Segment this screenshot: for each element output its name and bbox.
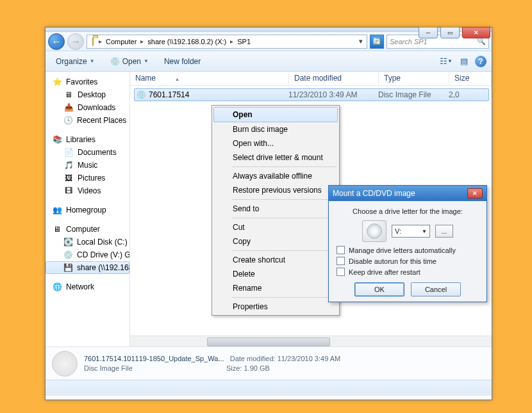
homegroup-icon: 👥 bbox=[52, 205, 62, 215]
refresh-button[interactable]: 🔄 bbox=[370, 35, 384, 49]
sidebar-item-music[interactable]: 🎵Music bbox=[46, 159, 129, 172]
sidebar-item-cd-v[interactable]: 💿CD Drive (V:) GRMSP bbox=[46, 248, 129, 261]
preview-pane-button[interactable]: ▤ bbox=[457, 55, 471, 68]
drive-letter-select[interactable]: V:▼ bbox=[392, 225, 430, 238]
desktop-icon: 🖥 bbox=[63, 90, 74, 100]
folder-icon bbox=[88, 38, 97, 45]
maximize-button[interactable]: ▭ bbox=[440, 27, 460, 38]
forward-button[interactable]: → bbox=[67, 33, 84, 50]
menu-properties[interactable]: Properties bbox=[213, 300, 338, 314]
details-pane: 7601.17514.101119-1850_Update_Sp_Wa... D… bbox=[46, 346, 492, 380]
drive-icon: 💽 bbox=[63, 237, 73, 247]
favorites-group[interactable]: ⭐Favorites bbox=[46, 76, 129, 88]
homegroup[interactable]: 👥Homegroup bbox=[46, 204, 129, 216]
menu-openwith[interactable]: Open with... bbox=[213, 136, 338, 150]
cancel-button[interactable]: Cancel bbox=[411, 282, 461, 296]
dialog-title: Mount a CD/DVD image bbox=[333, 189, 415, 198]
open-button[interactable]: 💿 Open▼ bbox=[105, 54, 154, 69]
minimize-button[interactable]: ─ bbox=[419, 27, 438, 38]
menu-cut[interactable]: Cut bbox=[213, 220, 338, 234]
computer-icon: 🖥 bbox=[52, 224, 62, 234]
disc-icon: 💿 bbox=[110, 57, 120, 66]
menu-select-mount[interactable]: Select drive letter & mount bbox=[213, 150, 338, 165]
dialog-prompt: Choose a drive letter for the image: bbox=[337, 207, 479, 215]
file-type: Disc Image File bbox=[378, 90, 449, 99]
checkbox-auto-letters[interactable]: Manage drive letters automatically bbox=[337, 246, 479, 254]
window-controls: ─ ▭ ✕ bbox=[419, 27, 490, 38]
checkbox-disable-autorun[interactable]: Disable autorun for this time bbox=[337, 257, 479, 265]
menu-copy[interactable]: Copy bbox=[213, 234, 338, 248]
sidebar-item-downloads[interactable]: 📥Downloads bbox=[46, 101, 129, 114]
details-filename: 7601.17514.101119-1850_Update_Sp_Wa... bbox=[84, 355, 224, 362]
pictures-icon: 🖼 bbox=[63, 173, 74, 183]
details-filetype: Disc Image File bbox=[84, 364, 133, 372]
library-icon: 📚 bbox=[52, 134, 62, 145]
new-folder-button[interactable]: New folder bbox=[159, 54, 206, 69]
star-icon: ⭐ bbox=[52, 77, 62, 87]
address-bar[interactable]: ▸ Computer ▸ share (\\192.168.0.2) (X:) … bbox=[87, 35, 367, 49]
help-button[interactable]: ? bbox=[475, 56, 486, 67]
menu-shortcut[interactable]: Create shortcut bbox=[213, 253, 338, 267]
breadcrumb-share[interactable]: share (\\192.168.0.2) (X:) bbox=[145, 37, 229, 46]
sidebar-item-recent[interactable]: 🕓Recent Places bbox=[46, 114, 129, 127]
column-headers: Name Date modified Type Size bbox=[130, 72, 492, 86]
view-button[interactable]: ☷ ▼ bbox=[439, 55, 453, 68]
sidebar-item-documents[interactable]: 📄Documents bbox=[46, 146, 129, 159]
dialog-titlebar[interactable]: Mount a CD/DVD image ✕ bbox=[329, 186, 486, 201]
col-date[interactable]: Date modified bbox=[289, 72, 379, 85]
file-size: 2,0 bbox=[449, 90, 460, 99]
address-dropdown[interactable]: ▾ bbox=[356, 37, 365, 45]
dialog-close-button[interactable]: ✕ bbox=[467, 188, 483, 198]
checkbox-keep-after-restart[interactable]: Keep drive after restart bbox=[337, 268, 479, 276]
menu-burn[interactable]: Burn disc image bbox=[213, 122, 338, 136]
menu-sendto[interactable]: Send to bbox=[213, 202, 338, 216]
back-button[interactable]: ← bbox=[48, 33, 65, 50]
music-icon: 🎵 bbox=[63, 160, 74, 170]
computer-group[interactable]: 🖥Computer bbox=[46, 223, 129, 236]
sidebar-item-pictures[interactable]: 🖼Pictures bbox=[46, 172, 129, 184]
menu-rename[interactable]: Rename bbox=[213, 281, 338, 295]
netdrive-icon: 💾 bbox=[63, 263, 73, 273]
nav-tree: ⭐Favorites 🖥Desktop 📥Downloads 🕓Recent P… bbox=[46, 72, 130, 346]
sidebar-item-videos[interactable]: 🎞Videos bbox=[46, 184, 129, 197]
checkbox-icon[interactable] bbox=[337, 246, 345, 254]
file-name: 7601.17514 bbox=[149, 90, 189, 99]
sidebar-item-local-c[interactable]: 💽Local Disk (C:) bbox=[46, 236, 129, 248]
documents-icon: 📄 bbox=[63, 147, 74, 158]
recent-icon: 🕓 bbox=[63, 115, 73, 126]
col-size[interactable]: Size bbox=[449, 72, 492, 85]
sidebar-item-share[interactable]: 💾share (\\192.168.0.2) bbox=[46, 261, 129, 274]
browse-button[interactable]: ... bbox=[435, 225, 453, 238]
organize-button[interactable]: Organize▼ bbox=[51, 54, 100, 69]
libraries-group[interactable]: 📚Libraries bbox=[46, 133, 129, 146]
sidebar-item-desktop[interactable]: 🖥Desktop bbox=[46, 88, 129, 101]
breadcrumb-sp1[interactable]: SP1 bbox=[235, 37, 253, 46]
cd-icon: 💿 bbox=[63, 250, 73, 260]
menu-delete[interactable]: Delete bbox=[213, 267, 338, 281]
menu-restore[interactable]: Restore previous versions bbox=[213, 183, 338, 197]
breadcrumb-computer[interactable]: Computer bbox=[103, 37, 139, 46]
iso-icon: 💿 bbox=[136, 90, 146, 100]
col-name[interactable]: Name bbox=[130, 72, 289, 85]
horizontal-scrollbar[interactable] bbox=[130, 336, 492, 346]
checkbox-icon[interactable] bbox=[337, 268, 345, 276]
videos-icon: 🎞 bbox=[63, 186, 74, 196]
file-date: 11/23/2010 3:49 AM bbox=[288, 90, 378, 99]
status-strip bbox=[46, 380, 492, 396]
checkbox-icon[interactable] bbox=[337, 257, 345, 265]
mount-dialog: Mount a CD/DVD image ✕ Choose a drive le… bbox=[328, 185, 487, 302]
downloads-icon: 📥 bbox=[63, 102, 74, 113]
drive-image-icon bbox=[362, 220, 387, 242]
ok-button[interactable]: OK bbox=[354, 282, 404, 296]
menu-offline[interactable]: Always available offline bbox=[213, 169, 338, 183]
close-button[interactable]: ✕ bbox=[462, 27, 490, 38]
menu-open[interactable]: Open bbox=[213, 107, 338, 122]
col-type[interactable]: Type bbox=[379, 72, 449, 85]
file-row[interactable]: 💿 7601.17514 11/23/2010 3:49 AM Disc Ima… bbox=[134, 88, 489, 101]
context-menu: Open Burn disc image Open with... Select… bbox=[212, 105, 340, 316]
titlebar: ─ ▭ ✕ bbox=[46, 28, 492, 32]
network-group[interactable]: 🌐Network bbox=[46, 280, 129, 293]
search-placeholder: Search SP1 bbox=[390, 38, 428, 45]
command-bar: Organize▼ 💿 Open▼ New folder ☷ ▼ ▤ ? bbox=[46, 51, 492, 72]
network-icon: 🌐 bbox=[52, 282, 62, 292]
